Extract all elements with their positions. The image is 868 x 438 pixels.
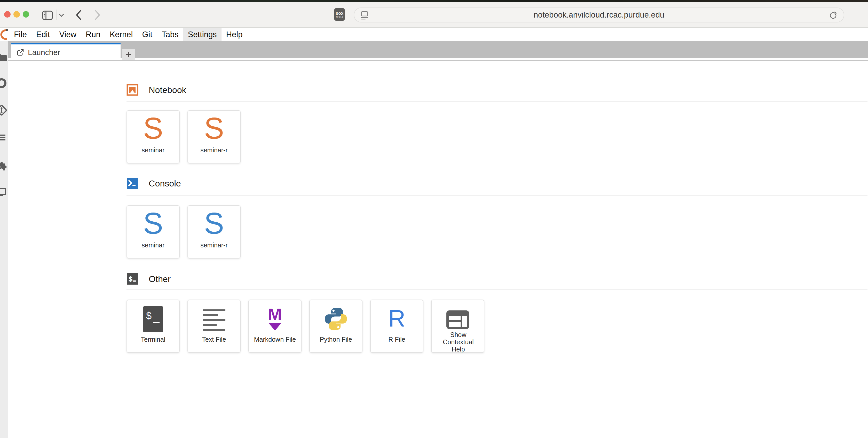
screen: box TOOLS notebook.anvilcloud.rcac.purdu… [0,0,868,438]
app-body: Launcher + Notebook [0,41,868,438]
menu-item-view[interactable]: View [55,28,81,41]
launcher-card-r-file[interactable]: R R File [370,299,424,353]
python-icon [323,306,348,331]
reload-icon[interactable] [829,11,838,20]
markdown-m-glyph: M [268,307,282,322]
menu-item-git[interactable]: Git [137,28,157,41]
menu-item-help[interactable]: Help [221,28,247,41]
section-divider [126,195,867,196]
sidebar-toggle-icon[interactable] [42,10,53,21]
card-label: Terminal [127,336,179,343]
kernel-glyph: S [188,113,240,143]
tabbar-gap [8,58,868,60]
box-tools-extension-button[interactable]: box TOOLS [334,8,345,21]
toolbar-divider [56,9,57,20]
desktop-edge-strip [0,0,868,2]
section-divider [126,290,867,290]
launcher-card-notebook-seminar-r[interactable]: S seminar-r [187,110,241,164]
back-button-icon[interactable] [75,9,82,21]
notebook-cards: S seminar S seminar-r [126,110,868,164]
main-dock-panel: Launcher + Notebook [8,41,868,438]
r-file-icon: R [388,306,405,330]
card-label: Python File [310,336,362,343]
card-label: seminar-r [188,241,240,249]
text-file-icon [203,310,225,331]
kernel-glyph: S [127,113,179,143]
menu-items: File Edit View Run Kernel Git Tabs Setti… [9,28,247,41]
section-title: Console [149,178,181,188]
launcher-card-show-contextual-help[interactable]: Show Contextual Help [431,299,484,353]
launcher-card-console-seminar-r[interactable]: S seminar-r [187,205,241,259]
section-header-notebook: Notebook [126,84,868,96]
menu-item-tabs[interactable]: Tabs [157,28,183,41]
menu-item-edit[interactable]: Edit [31,28,55,41]
card-icon-area [432,300,484,335]
markdown-icon: M [268,307,282,330]
card-label: seminar [127,241,179,249]
table-of-contents-icon[interactable] [0,132,7,143]
extension-sublabel: TOOLS [334,16,345,18]
menu-item-kernel[interactable]: Kernel [105,28,137,41]
card-icon-area [310,300,362,335]
launcher-card-text-file[interactable]: Text File [187,299,241,353]
dollar-glyph: $ [146,311,152,322]
card-label: Show Contextual Help [436,331,481,353]
svg-text:$: $ [129,275,132,283]
tab-bar: Launcher + [8,41,868,58]
launcher-icon [17,49,24,56]
other-cards: $ Terminal [126,299,868,353]
card-icon-area: M [249,300,301,335]
contextual-help-icon [446,311,469,329]
launcher-card-python-file[interactable]: Python File [309,299,363,353]
card-label: seminar [127,146,179,154]
open-tabs-icon[interactable] [0,186,7,198]
chevron-down-icon[interactable] [58,13,65,17]
tab-label: Launcher [28,48,60,57]
notebook-icon [126,84,138,96]
terminal-section-icon: $ [126,273,138,285]
left-activity-sidebar [0,41,8,438]
running-sessions-icon[interactable] [0,77,7,89]
forward-button-icon[interactable] [94,9,101,21]
extension-label: box [334,11,345,16]
browser-toolbar: box TOOLS notebook.anvilcloud.rcac.purdu… [0,2,868,28]
card-icon-area: $ [127,300,179,335]
section-header-other: $ Other [126,273,868,285]
markdown-arrow [269,323,281,330]
launcher-panel: Notebook S seminar S seminar-r [8,61,868,438]
address-bar[interactable]: notebook.anvilcloud.rcac.purdue.edu [354,7,844,23]
launcher-card-console-seminar[interactable]: S seminar [126,205,180,259]
menu-item-run[interactable]: Run [81,28,105,41]
launcher-card-markdown-file[interactable]: M Markdown File [248,299,302,353]
console-icon [126,177,138,189]
kernel-glyph: S [188,208,240,238]
card-label: R File [371,336,423,343]
extension-manager-icon[interactable] [0,159,7,171]
menu-item-settings[interactable]: Settings [183,28,221,41]
section-header-console: Console [126,177,868,189]
url-text: notebook.anvilcloud.rcac.purdue.edu [354,8,844,22]
app-logo-icon [0,28,10,41]
launcher-card-notebook-seminar[interactable]: S seminar [126,110,180,164]
section-divider [126,101,867,102]
card-icon-area [188,300,240,335]
git-icon[interactable] [0,104,7,116]
section-title: Notebook [149,85,186,95]
file-browser-icon[interactable] [0,51,7,63]
menu-item-file[interactable]: File [9,28,31,41]
card-icon-area: R [371,300,423,335]
card-label: Text File [188,336,240,343]
new-tab-button[interactable]: + [122,49,135,60]
close-window-button[interactable] [4,11,10,18]
card-label: Markdown File [249,336,301,343]
kernel-glyph: S [127,208,179,238]
underscore-glyph [153,322,160,323]
tab-launcher[interactable]: Launcher [11,43,121,60]
section-title: Other [149,274,170,284]
zoom-window-button[interactable] [23,11,29,18]
minimize-window-button[interactable] [13,11,20,18]
card-label: seminar-r [188,146,240,154]
console-cards: S seminar S seminar-r [126,205,868,259]
launcher-card-terminal[interactable]: $ Terminal [126,299,180,353]
jupyterlab-menubar: File Edit View Run Kernel Git Tabs Setti… [0,28,868,41]
